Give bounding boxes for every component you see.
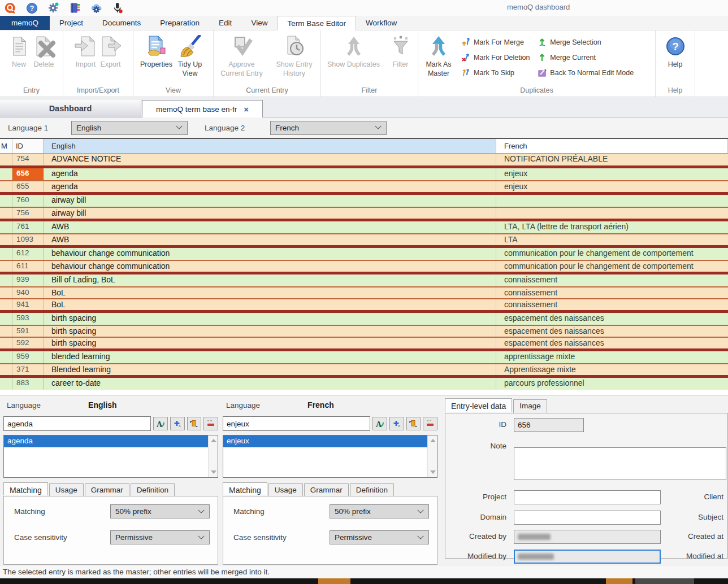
table-row[interactable]: 760airway bill xyxy=(0,195,728,207)
table-row[interactable]: 1093AWBLTA xyxy=(0,233,728,245)
term-list-item-selected[interactable]: agenda xyxy=(4,435,208,447)
show-duplicates-button[interactable]: Show Duplicates xyxy=(327,32,381,69)
table-row[interactable]: 593birth spacingespacement des naissance… xyxy=(0,313,728,325)
new-entry-button[interactable]: New xyxy=(7,32,31,69)
help-icon[interactable]: ? xyxy=(25,1,38,15)
scroll-up-icon[interactable] xyxy=(430,439,436,442)
dictation-mic-icon[interactable] xyxy=(111,1,124,15)
export-button[interactable]: Export xyxy=(99,32,123,69)
menu-documents[interactable]: Documents xyxy=(93,16,150,30)
table-row[interactable]: 592birth spacingespacement des naissance… xyxy=(0,337,728,348)
table-row[interactable]: 940BoLconnaissement xyxy=(0,286,728,298)
matching-select[interactable]: 50% prefix xyxy=(330,504,429,518)
tab-grammar[interactable]: Grammar xyxy=(85,483,129,496)
column-header-master[interactable]: M xyxy=(0,139,12,153)
table-row[interactable]: 655agendaenjeux xyxy=(0,180,728,192)
tab-entry-level-data[interactable]: Entry-level data xyxy=(445,398,512,412)
listbox-scrollbar[interactable] xyxy=(208,435,218,477)
mark-as-master-button[interactable]: Mark As Master xyxy=(421,32,457,80)
project-field[interactable] xyxy=(514,490,661,504)
redacted-value xyxy=(518,534,551,540)
term-listbox[interactable]: agenda xyxy=(3,435,218,478)
scroll-down-icon[interactable] xyxy=(211,470,216,474)
table-row[interactable]: 959blended learningapprentissage mixte xyxy=(0,351,728,363)
table-row[interactable]: 611behaviour change communicationcommuni… xyxy=(0,260,728,272)
memoq-logo-icon[interactable] xyxy=(3,1,17,15)
add-term-button[interactable] xyxy=(389,417,404,430)
term-list-item-selected[interactable]: enjeux xyxy=(223,435,427,447)
table-row[interactable]: 612behaviour change communicationcommuni… xyxy=(0,248,728,260)
column-header-english[interactable]: English xyxy=(44,139,496,153)
table-row[interactable]: 656agendaenjeux xyxy=(0,168,728,180)
tab-dashboard[interactable]: Dashboard xyxy=(0,100,141,117)
tab-grammar[interactable]: Grammar xyxy=(304,483,349,496)
menu-preparation[interactable]: Preparation xyxy=(150,16,209,30)
mark-for-deletion-button[interactable]: Mark For Deletion xyxy=(461,53,530,62)
column-header-french[interactable]: French xyxy=(496,139,728,153)
domain-field[interactable] xyxy=(514,511,661,525)
table-row[interactable]: 591birth spacingespacement des naissance… xyxy=(0,325,728,337)
language2-select[interactable]: French xyxy=(270,121,387,135)
case-sensitivity-select[interactable]: Permissive xyxy=(110,530,210,544)
menu-memoq-button[interactable]: memoQ xyxy=(0,16,50,30)
menu-edit[interactable]: Edit xyxy=(209,16,241,30)
mark-to-skip-button[interactable]: Mark To Skip xyxy=(461,68,530,77)
language2-label: Language 2 xyxy=(205,124,270,132)
term-style-button[interactable]: A xyxy=(153,417,168,430)
mark-for-merge-button[interactable]: Mark For Merge xyxy=(461,37,530,47)
tab-definition[interactable]: Definition xyxy=(350,483,394,496)
table-row[interactable]: 371Blended learningApprentissage mixte xyxy=(0,363,728,375)
menu-term-base-editor[interactable]: Term Base Editor xyxy=(277,16,356,30)
menu-project[interactable]: Project xyxy=(50,16,93,30)
scroll-up-icon[interactable] xyxy=(211,439,216,442)
term-input[interactable] xyxy=(223,416,370,431)
server-settings-icon[interactable] xyxy=(89,1,103,15)
term-listbox[interactable]: enjeux xyxy=(223,435,437,478)
table-row[interactable]: 939Bill of Lading, BoLconnaissement xyxy=(0,274,728,286)
tab-usage[interactable]: Usage xyxy=(49,483,84,496)
menu-view[interactable]: View xyxy=(241,16,277,30)
delete-entry-button[interactable]: Delete xyxy=(32,32,56,69)
help-button[interactable]: ? Help xyxy=(664,32,687,69)
menu-workflow[interactable]: Workflow xyxy=(356,16,406,30)
settings-gear-icon[interactable] xyxy=(46,1,60,15)
case-sensitivity-select[interactable]: Permissive xyxy=(330,530,429,544)
tab-matching[interactable]: Matching xyxy=(223,482,267,495)
move-term-button[interactable] xyxy=(406,417,421,430)
listbox-scrollbar[interactable] xyxy=(427,435,437,477)
tab-usage[interactable]: Usage xyxy=(268,483,303,496)
close-tab-icon[interactable]: × xyxy=(244,105,249,114)
tidy-up-view-button[interactable]: Tidy Up View xyxy=(174,32,206,79)
table-row[interactable]: 761AWBLTA, LTA (lettre de transport aéri… xyxy=(0,221,728,233)
filter-button[interactable]: Filter xyxy=(389,32,413,69)
scroll-down-icon[interactable] xyxy=(430,470,436,474)
tab-definition[interactable]: Definition xyxy=(131,483,175,496)
column-header-id[interactable]: ID xyxy=(12,139,44,153)
table-row[interactable]: 756airway bill xyxy=(0,207,728,219)
resource-console-icon[interactable] xyxy=(68,1,81,15)
table-row[interactable]: 941BoLconnaissement xyxy=(0,298,728,310)
term-style-button[interactable]: A xyxy=(372,417,387,430)
move-term-button[interactable] xyxy=(187,417,202,430)
term-input[interactable] xyxy=(3,416,151,431)
entry-id-field[interactable] xyxy=(514,418,584,432)
show-entry-history-button[interactable]: Show Entry History xyxy=(272,32,317,79)
english-term-cell: behaviour change communication xyxy=(44,261,496,272)
merge-current-button[interactable]: Merge Current xyxy=(538,53,634,62)
properties-button[interactable]: Properties xyxy=(140,32,172,69)
table-row[interactable]: 754ADVANCE NOTICENOTIFICATION PRÉALABLE xyxy=(0,154,728,165)
back-to-normal-edit-mode-button[interactable]: Back To Normal Edit Mode xyxy=(538,68,634,77)
tab-term-base[interactable]: memoQ term base en-fr × xyxy=(142,100,263,117)
add-term-button[interactable] xyxy=(170,417,185,430)
merge-selection-button[interactable]: Merge Selection xyxy=(538,37,634,47)
table-row[interactable]: 883career to-dateparcours professionnel xyxy=(0,378,728,390)
language1-select[interactable]: English xyxy=(71,121,188,135)
tab-matching[interactable]: Matching xyxy=(3,482,48,495)
tab-image[interactable]: Image xyxy=(513,399,547,413)
import-button[interactable]: Import xyxy=(74,32,98,69)
remove-term-button[interactable] xyxy=(203,417,218,430)
note-field[interactable] xyxy=(514,447,726,480)
matching-select[interactable]: 50% prefix xyxy=(110,504,210,518)
approve-current-entry-button[interactable]: Approve Current Entry xyxy=(218,32,266,79)
remove-term-button[interactable] xyxy=(423,417,437,430)
